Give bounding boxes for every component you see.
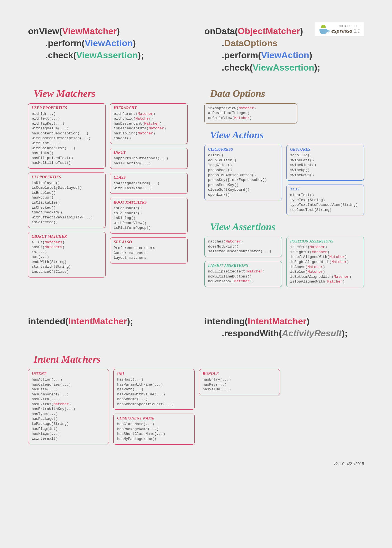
code-item: isClickable() [32, 200, 102, 205]
code-item: hasParamWithValue(...) [117, 392, 191, 397]
code-item: hasPackage() [32, 416, 105, 421]
code-item: pressBack() [208, 168, 278, 173]
code-item: supportsInputMethods(...) [114, 156, 184, 161]
code-item: hasSchemeSpecificPart(...) [117, 402, 191, 407]
box-object-matcher: OBJECT MATCHER allOf(Matchers)anyOf(Matc… [28, 232, 106, 278]
code-item: isLeftAlignedWith(Matcher) [290, 255, 360, 260]
code-item: isAssignableFrom(...) [114, 181, 184, 186]
code-item: allOf(Matchers) [32, 240, 102, 245]
view-actions-heading: View Actions [210, 129, 364, 141]
code-item: swipeDown() [290, 173, 360, 178]
code-item: noMultilineButtons() [208, 274, 278, 279]
code-item: isRightAlignedWith(Matcher) [290, 260, 360, 265]
box-see-also: SEE ALSO Preference matchersCursor match… [110, 237, 188, 263]
code-item: isFocusable() [114, 206, 184, 211]
code-item: openLink() [208, 192, 278, 197]
data-options-heading: Data Options [210, 88, 364, 99]
code-item: isSelected() [32, 220, 102, 225]
code-item: swipeLeft() [290, 158, 360, 163]
code-item: withContentDescription(...) [32, 136, 102, 141]
code-item: isDisplayed() [32, 181, 102, 186]
code-item: noOverlaps([Matcher]) [208, 279, 278, 284]
intending-signature: intending(IntentMatcher) .respondWith(Ac… [204, 315, 364, 339]
code-item: withChild(Matcher) [114, 116, 184, 121]
espresso-cup-icon [319, 25, 328, 34]
box-class: CLASS isAssignableFrom(...)withClassName… [110, 173, 188, 194]
box-ui-properties: UI PROPERTIES isDisplayed()isCompletelyD… [28, 172, 106, 228]
code-item: hasClassName(...) [117, 422, 191, 427]
code-item: scrollTo() [290, 153, 360, 158]
code-item: pressMenuKey() [208, 183, 278, 188]
code-item: withParent(Matcher) [114, 111, 184, 116]
code-item: withDecorView() [114, 221, 184, 226]
code-item: hasHost(...) [117, 377, 191, 382]
code-item: hasCategories(...) [32, 382, 105, 387]
code-item: hasFlag(int) [32, 426, 105, 432]
code-item: withId(...) [32, 111, 102, 116]
code-item: hasContentDescription(...) [32, 131, 102, 136]
code-item: matches(Matcher) [208, 239, 278, 244]
code-item: atPosition(Integer) [208, 111, 293, 116]
code-item: isCompletelyDisplayed() [32, 185, 102, 190]
box-intent: INTENT hasAction(...)hasCategories(...)h… [28, 369, 109, 444]
code-item: hasDescendant(Matcher) [114, 121, 184, 126]
code-item: hasComponent(...) [32, 392, 105, 397]
code-item: isBottomAlignedWith(Matcher) [290, 274, 360, 279]
code-item: isInternal() [32, 436, 105, 441]
code-item: hasScheme(...) [117, 397, 191, 402]
onview-signature: onView(ViewMatcher) .perform(ViewAction)… [28, 25, 188, 62]
code-item: isEnabled() [32, 190, 102, 195]
code-item: hasAction(...) [32, 377, 105, 382]
code-item: hasSibling(Matcher) [114, 131, 184, 136]
code-item: hasValue(...) [203, 387, 276, 392]
code-item: anyOf(Matchers) [32, 245, 102, 250]
code-item: selectedDescendantsMatch(...) [208, 249, 278, 254]
box-component-name: COMPONENT NAME hasClassName(...)hasPacka… [113, 414, 194, 444]
box-uri: URI hasHost(...)hasParamWithName(...)has… [113, 369, 194, 410]
logo-version: 2.1 [354, 28, 360, 34]
code-item: inAdapterView(Matcher) [208, 106, 293, 111]
code-item: Cursor matchers [114, 251, 184, 256]
code-item: hasMultilineTest() [32, 160, 102, 165]
code-item: onChildView(Matcher) [208, 116, 293, 121]
code-item: Preference matchers [114, 246, 184, 251]
code-item: withClassName(...) [114, 186, 184, 191]
logo-badge: CHEAT SHEET espresso 2.1 [315, 22, 364, 36]
code-item: closeSoftKeyboard() [208, 187, 278, 192]
view-matchers-heading: View Matchers [34, 88, 188, 99]
code-item: hasData(...) [32, 387, 105, 392]
code-item: isTopAlignedWith(Matcher) [290, 279, 360, 284]
box-position-assertions: POSITION ASSERTIONS isLeftOf(Matcher)isR… [286, 237, 364, 287]
code-item: Layout matchers [114, 255, 184, 260]
code-item: isChecked() [32, 205, 102, 210]
code-item: withText(...) [32, 116, 102, 121]
code-item: hasPath(...) [117, 387, 191, 392]
code-item: hasLinks() [32, 151, 102, 156]
code-item: isDialog() [114, 216, 184, 221]
code-item: pressIMEActionButton() [208, 173, 278, 178]
code-item: isBelow(Matcher) [290, 269, 360, 274]
box-layout-assertions: LAYOUT ASSERTIONS noEllipseizedText(Matc… [204, 261, 282, 287]
intent-matchers-heading: Intent Matchers [34, 353, 364, 365]
code-item: isRoot() [114, 136, 184, 141]
code-item: is(...) [32, 250, 102, 255]
code-item: noEllipseizedText(Matcher) [208, 269, 278, 274]
box-hierarchy: HIERARCHY withParent(Matcher)withChild(M… [110, 103, 188, 144]
code-item: withSpinnerText(...) [32, 146, 102, 151]
code-item: isDescendantOfA(Matcher) [114, 126, 184, 131]
code-item: withTagValue(...) [32, 126, 102, 131]
code-item: hasPackageName(...) [117, 427, 191, 432]
code-item: hasIMEAction(...) [114, 161, 184, 166]
view-assertions-heading: View Assertions [210, 221, 364, 233]
code-item: typeText(String) [290, 198, 360, 203]
logo-name: espresso [331, 27, 353, 34]
code-item: endsWith(String) [32, 260, 102, 265]
box-click-press: CLICK/PRESS click()doubleClick()longClic… [204, 145, 282, 200]
box-text-actions: TEXT clearText()typeText(String)typeText… [286, 185, 364, 215]
box-gestures: GESTURES scrollTo()swipeLeft()swipeRight… [286, 145, 364, 181]
code-item: withEffectiveVisibility(...) [32, 215, 102, 220]
code-item: instanceOf(Class) [32, 269, 102, 274]
code-item: pressKey([int/EspressoKey]) [208, 178, 278, 183]
code-item: withTagKey(...) [32, 121, 102, 126]
code-item: hasKey(...) [203, 382, 276, 387]
